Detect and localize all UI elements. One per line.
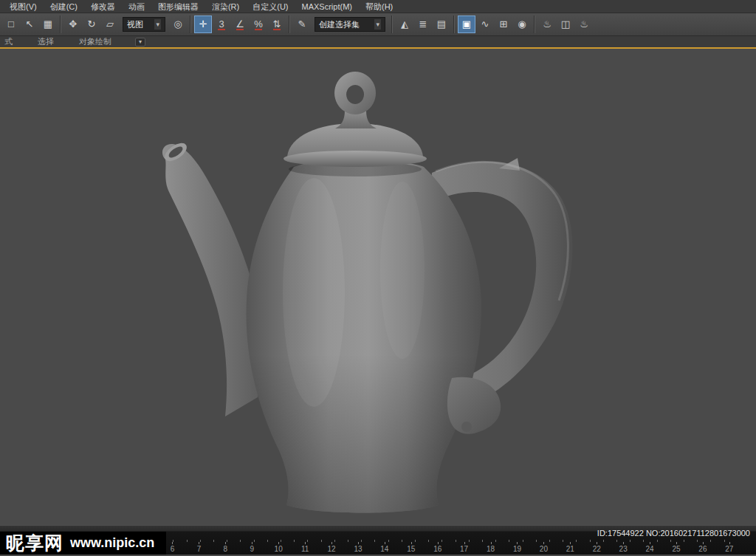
menu-item-5[interactable]: 渲染(R) <box>205 0 246 13</box>
timeline-tick: 20 <box>530 545 557 553</box>
menu-item-3[interactable]: 动画 <box>122 0 151 13</box>
timeline-tick: 17 <box>451 545 478 553</box>
select-and-manipulate-icon[interactable]: ✛ <box>194 16 212 33</box>
timeline-tick: 8 <box>212 545 238 553</box>
timeline-tick: 9 <box>238 545 265 553</box>
viewport-canvas[interactable] <box>0 49 756 525</box>
teapot-spout <box>162 144 261 416</box>
body-highlight <box>283 178 345 407</box>
finial-ring <box>334 72 376 114</box>
menu-bar: 视图(V)创建(C)修改器动画图形编辑器渲染(R)自定义(U)MAXScript… <box>0 0 756 13</box>
angle-snap-icon[interactable]: ∠ <box>231 16 249 33</box>
menu-item-6[interactable]: 自定义(U) <box>246 0 295 13</box>
timeline-tick: 7 <box>185 545 212 553</box>
named-selection-sets-dropdown-label: 创建选择集 <box>319 19 360 30</box>
timeline-tick: 15 <box>398 545 425 553</box>
watermark: 昵享网 www.nipic.cn <box>0 532 166 555</box>
select-and-move-icon[interactable]: ✥ <box>64 16 82 33</box>
align-icon[interactable]: ≣ <box>414 16 432 33</box>
graphite-ribbon-toggle-icon[interactable]: ▣ <box>458 16 475 33</box>
mirror-icon[interactable]: ◭ <box>396 16 413 33</box>
timeline-tick: 12 <box>318 545 345 553</box>
spinner-snap-icon[interactable]: ⇅ <box>268 16 286 33</box>
snaps-toggle-icon[interactable]: 3 <box>213 16 230 33</box>
reference-coordinate-dropdown[interactable]: 视图▾ <box>123 17 165 32</box>
percent-snap-icon[interactable]: % <box>250 16 267 33</box>
rendered-frame-icon[interactable]: ◫ <box>557 16 574 33</box>
timeline-tick: 26 <box>690 545 716 553</box>
toolbar-separator <box>391 16 393 33</box>
toolbar-separator <box>534 16 535 33</box>
render-setup-icon[interactable]: ♨ <box>538 16 556 33</box>
timeline-tick: 10 <box>265 545 292 553</box>
chevron-down-icon: ▾ <box>374 19 381 30</box>
reference-coordinate-dropdown-label: 视图 <box>127 19 143 30</box>
timeline-tick: 24 <box>636 545 663 553</box>
select-and-scale-icon[interactable]: ▱ <box>101 16 119 33</box>
menu-item-8[interactable]: 帮助(H) <box>359 0 399 13</box>
selection-region-icon[interactable]: □ <box>2 16 20 33</box>
timeline-tick: 13 <box>345 545 371 553</box>
toolbar-separator <box>190 16 191 33</box>
watermark-site-url: www.nipic.cn <box>70 535 154 551</box>
curve-editor-icon[interactable]: ∿ <box>476 16 494 33</box>
menu-item-0[interactable]: 视图(V) <box>3 0 44 13</box>
timeline-tick: 16 <box>425 545 451 553</box>
select-and-rotate-icon[interactable]: ↻ <box>83 16 100 33</box>
handle-ornament-curl <box>461 422 472 432</box>
timeline-tick: 25 <box>663 545 690 553</box>
timeline-tick: 27 <box>716 545 743 553</box>
toolbar-separator <box>60 16 61 33</box>
timeline-tick: 21 <box>557 545 583 553</box>
watermark-site-name: 昵享网 <box>6 531 63 555</box>
select-object-icon[interactable]: ↖ <box>21 16 38 33</box>
timeline-tick: 14 <box>371 545 398 553</box>
use-pivot-center-icon[interactable]: ◎ <box>169 16 187 33</box>
teapot-body-shade <box>247 160 482 513</box>
layer-manager-icon[interactable]: ▤ <box>433 16 450 33</box>
render-production-icon[interactable]: ♨ <box>575 16 593 33</box>
menu-item-1[interactable]: 创建(C) <box>44 0 84 13</box>
menu-item-4[interactable]: 图形编辑器 <box>151 0 205 13</box>
timeline-tick: 11 <box>292 545 318 553</box>
perspective-viewport[interactable] <box>0 49 756 525</box>
toolbar-separator <box>289 16 290 33</box>
menu-item-2[interactable]: 修改器 <box>84 0 122 13</box>
lid-rim <box>284 151 427 167</box>
select-by-name-icon[interactable]: ▦ <box>39 16 57 33</box>
menu-item-7[interactable]: MAXScript(M) <box>295 0 359 13</box>
schematic-view-icon[interactable]: ⊞ <box>495 16 512 33</box>
body-highlight-2 <box>380 182 425 359</box>
ribbon-tab-bar: 式选择对象绘制▾ <box>0 36 756 49</box>
timeline-bar[interactable]: ID:17544922 NO:20160217112801673000 0123… <box>0 525 756 555</box>
material-editor-icon[interactable]: ◉ <box>513 16 531 33</box>
chevron-down-icon: ▾ <box>154 19 161 30</box>
ribbon-tab-0[interactable]: 式 <box>4 36 13 47</box>
ribbon-collapse-button[interactable]: ▾ <box>135 38 145 47</box>
teapot-model[interactable] <box>162 72 573 513</box>
ribbon-tab-2[interactable]: 对象绘制 <box>79 36 111 47</box>
image-id-text: ID:17544922 NO:20160217112801673000 <box>597 529 750 538</box>
ribbon-tab-1[interactable]: 选择 <box>38 36 54 47</box>
named-selection-sets-dropdown[interactable]: 创建选择集▾ <box>315 17 385 32</box>
timeline-tick: 23 <box>610 545 636 553</box>
timeline-tick: 22 <box>583 545 610 553</box>
timeline-tick: 19 <box>504 545 531 553</box>
timeline-tick: 18 <box>478 545 504 553</box>
main-toolbar: □↖▦✥↻▱视图▾◎✛3∠%⇅✎创建选择集▾◭≣▤▣∿⊞◉♨◫♨ <box>0 13 756 36</box>
toolbar-separator <box>453 16 455 33</box>
keyboard-override-icon[interactable]: ✎ <box>293 16 311 33</box>
